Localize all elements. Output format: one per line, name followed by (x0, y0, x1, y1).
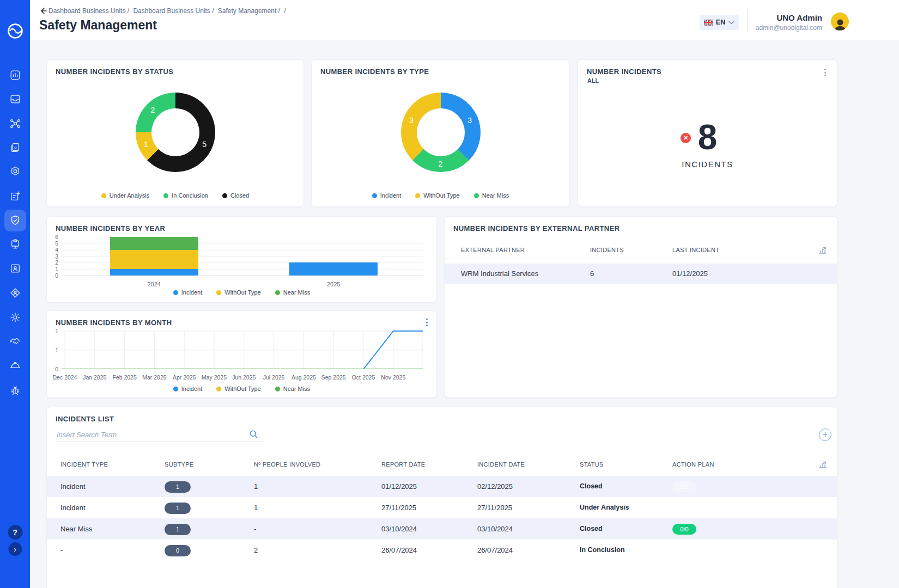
sidebar-item-analytics-icon[interactable] (4, 64, 26, 86)
sidebar-item-external-users-icon[interactable] (4, 282, 26, 304)
report-date-cell: 26/07/2024 (381, 540, 417, 561)
legend-label: Near Miss (283, 385, 311, 392)
search-icon[interactable] (249, 430, 258, 439)
y-axis-tick: 0 (46, 272, 58, 279)
sidebar-item-integrations-icon[interactable] (4, 113, 26, 134)
people-involved-cell: 1 (254, 497, 258, 518)
legend-swatch (173, 290, 178, 295)
y-axis-tick: 1 (46, 266, 58, 272)
chart-legend: IncidentWithOut TypeNear Miss (47, 385, 436, 392)
app-logo-icon[interactable] (6, 22, 25, 40)
legend-swatch (474, 193, 479, 198)
y-axis-tick: 2 (46, 259, 58, 266)
column-header: REPORT DATE (381, 455, 425, 474)
sidebar-item-new-form-icon[interactable] (4, 186, 26, 207)
card-incidents-list: INCIDENTS LIST + INCIDENT TYPE SUBTYPE N… (46, 407, 837, 588)
sidebar-item-safety-shield-icon[interactable] (4, 210, 26, 231)
legend-label: WithOut Type (423, 192, 459, 199)
legend-swatch (163, 193, 168, 198)
subtype-count-badge: 1 (165, 524, 191, 535)
action-plan-badge: 0/0 (672, 524, 696, 535)
incidents-total-label: INCIDENTS (578, 160, 837, 169)
top-bar: Dashboard Business Units / Dashboard Bus… (30, 0, 899, 40)
table-row[interactable]: -0226/07/202426/07/2024In Conclusion (47, 540, 837, 561)
breadcrumb-link[interactable]: Safety Management / (218, 7, 280, 15)
legend-item: Incident (173, 289, 203, 296)
card-title: NUMBER INCIDENTS BY TYPE (320, 68, 429, 76)
avatar[interactable] (831, 13, 849, 30)
breadcrumb-link: / (284, 7, 286, 15)
help-button[interactable]: ? (8, 525, 22, 540)
x-axis-label: Nov 2025 (376, 374, 411, 381)
card-title: NUMBER INCIDENTS BY YEAR (56, 224, 165, 232)
column-header: Nº PEOPLE INVOLVED (254, 455, 320, 474)
donut-value-label: 1 (144, 140, 148, 149)
legend-item: Near Miss (275, 289, 311, 296)
card-incidents-by-type: NUMBER INCIDENTS BY TYPE 323 IncidentWit… (311, 59, 570, 207)
column-header: INCIDENT DATE (477, 455, 525, 474)
partner-table-header: EXTERNAL PARTNER INCIDENTS LAST INCIDENT (445, 241, 837, 259)
sidebar-item-partners-icon[interactable] (4, 330, 26, 352)
legend-label: Near Miss (283, 289, 311, 296)
status-cell: Closed (580, 518, 603, 540)
table-row[interactable]: Incident1101/12/202502/12/2025Closed0/1 (47, 476, 837, 497)
bar-segment-incident (289, 262, 378, 275)
action-plan-cell: 0/1 (672, 476, 696, 497)
card-title: NUMBER INCIDENTS BY STATUS (56, 68, 173, 76)
gridline (62, 275, 423, 276)
sidebar-item-machine-settings-icon[interactable] (4, 161, 26, 182)
legend-label: Incident (181, 289, 203, 296)
incident-type-cell: - (60, 540, 63, 561)
legend-swatch (101, 193, 106, 198)
incidents-total-value: 8 (578, 120, 837, 155)
column-header: STATUS (580, 455, 604, 474)
legend-label: WithOut Type (224, 385, 260, 392)
back-arrow-icon[interactable] (39, 7, 47, 15)
legend-item: Near Miss (275, 385, 311, 392)
type-donut-chart: 323 (401, 93, 481, 172)
legend-label: WithOut Type (224, 289, 260, 296)
legend-swatch (222, 193, 227, 198)
legend-item: Closed (222, 192, 249, 199)
subtype-cell: 0 (165, 540, 191, 561)
user-email: admin@unodigital.com (684, 24, 822, 32)
page-title: Safety Management (39, 18, 157, 33)
x-axis-label: 2025 (312, 281, 355, 287)
sidebar-item-inbox-icon[interactable] (4, 88, 26, 110)
table-row[interactable]: Incident1127/11/202527/11/2025Under Anal… (47, 497, 837, 518)
sidebar-item-ppe-helmet-icon[interactable] (4, 354, 26, 376)
legend-item: Under Analysis (101, 192, 149, 199)
sidebar-item-documents-icon[interactable] (4, 137, 26, 158)
donut-value-label: 2 (151, 106, 155, 114)
donut-value-label: 3 (467, 116, 472, 125)
breadcrumb: Dashboard Business Units / Dashboard Bus… (48, 7, 288, 15)
sidebar-expand-button[interactable]: › (8, 542, 22, 556)
partner-name: WRM Industrial Services (461, 264, 538, 284)
column-header: SUBTYPE (165, 455, 193, 474)
breadcrumb-link[interactable]: Dashboard Business Units / (133, 7, 214, 15)
card-subtitle: ALL (587, 77, 599, 84)
chart-column-icon[interactable] (818, 460, 827, 469)
sidebar-item-devices-icon[interactable] (4, 234, 26, 255)
breadcrumb-link[interactable]: Dashboard Business Units / (48, 7, 129, 15)
search-input[interactable] (57, 428, 236, 441)
people-involved-cell: - (254, 518, 256, 540)
chart-column-icon[interactable] (818, 246, 827, 254)
incident-date-cell: 02/12/2025 (477, 476, 513, 497)
table-row[interactable]: Near Miss1-03/10/202403/10/2024Closed0/0 (47, 518, 837, 540)
status-donut-chart: 512 (136, 93, 215, 172)
y-axis-tick: 5 (46, 240, 58, 247)
kebab-menu-icon[interactable] (424, 316, 430, 328)
card-title: NUMBER INCIDENTS BY EXTERNAL PARTNER (453, 224, 619, 232)
sidebar-item-contacts-icon[interactable] (4, 258, 26, 279)
add-incident-button[interactable]: + (819, 428, 831, 441)
people-involved-cell: 2 (254, 540, 258, 561)
legend-swatch (275, 387, 280, 391)
partner-table-row[interactable]: WRM Industrial Services 6 01/12/2025 (445, 264, 837, 284)
sidebar-item-settings-icon[interactable] (4, 307, 26, 328)
kebab-menu-icon[interactable] (822, 66, 828, 78)
bar-segment-near-miss (110, 237, 198, 250)
sidebar-item-issues-bug-icon[interactable] (4, 379, 26, 401)
chart-legend: Under AnalysisIn ConclusionClosed (47, 192, 303, 199)
incident-date-cell: 26/07/2024 (477, 540, 513, 561)
